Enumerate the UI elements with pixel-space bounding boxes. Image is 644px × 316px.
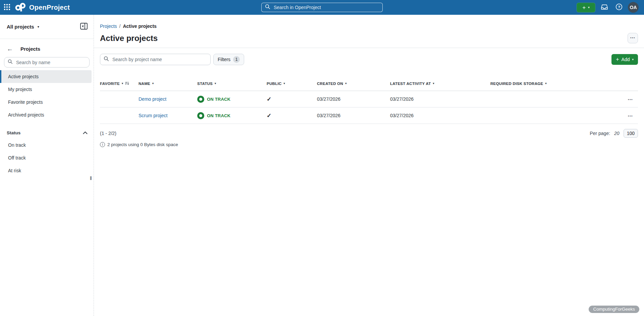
logo-text: OpenProject [29, 4, 70, 11]
topbar: OpenProject + ▾ [0, 0, 644, 15]
svg-text:?: ? [618, 5, 620, 9]
project-name-link[interactable]: Scrum project [139, 113, 167, 118]
created-on-cell: 03/27/2026 [317, 113, 390, 118]
global-search-input[interactable] [273, 4, 379, 10]
info-icon: i [100, 142, 105, 147]
projects-table: FAVORITE ▾ NAME ▾ STATUS ▾ [100, 77, 638, 124]
table-row: Scrum project ON TRACK ✓ 03/27/2026 03/2… [100, 107, 638, 124]
sidebar-resize-handle[interactable]: ‖ [90, 175, 92, 181]
per-page-option-20[interactable]: 20 [614, 131, 620, 136]
sidebar-item-active-projects[interactable]: Active projects [0, 70, 92, 83]
plus-icon: + [616, 57, 619, 62]
column-header-status[interactable]: STATUS ▾ [197, 82, 267, 86]
project-search[interactable] [100, 54, 211, 65]
latest-activity-cell: 03/27/2026 [390, 113, 490, 118]
status-cell: ON TRACK [197, 112, 267, 119]
column-header-latest-activity-at[interactable]: LATEST ACTIVITY AT ▾ [390, 82, 490, 86]
column-label: REQUIRED DISK STORAGE [490, 82, 543, 86]
column-label: FAVORITE [100, 82, 120, 86]
avatar[interactable]: OA [628, 2, 639, 13]
quick-add-button[interactable]: + ▾ [577, 3, 595, 12]
main-content: Projects / Active projects Active projec… [94, 15, 644, 316]
header-divider [94, 48, 644, 48]
ellipsis-icon: ••• [628, 114, 633, 118]
column-header-favorite[interactable]: FAVORITE ▾ [100, 81, 139, 86]
ellipsis-icon: ••• [630, 36, 635, 40]
notifications-button[interactable] [599, 1, 610, 14]
sidebar-search-input[interactable] [15, 59, 86, 65]
row-more-button[interactable]: ••• [628, 114, 633, 118]
caret-down-icon: ▾ [38, 25, 39, 29]
project-scope-row: All projects ▾ [0, 15, 94, 39]
caret-down-icon: ▾ [433, 82, 434, 85]
sidebar-item-label: On track [8, 142, 26, 148]
pagination: (1 - 2/2) Per page: 20 100 [100, 129, 638, 138]
breadcrumb-projects-link[interactable]: Projects [100, 24, 117, 29]
sidebar-item-label: Archived projects [8, 112, 44, 118]
openproject-logo-mark-icon [15, 2, 26, 13]
column-header-name[interactable]: NAME ▾ [139, 82, 197, 86]
chevron-down-icon: ▾ [632, 58, 634, 61]
sidebar-search[interactable] [4, 57, 90, 67]
project-search-input[interactable] [112, 56, 207, 62]
sidebar-item-label: My projects [8, 87, 32, 92]
latest-activity-cell: 03/27/2026 [390, 96, 490, 102]
status-section-header[interactable]: Status [0, 127, 94, 139]
add-project-button[interactable]: + Add ▾ [611, 54, 638, 65]
app-grid-menu-button[interactable] [2, 2, 12, 13]
sidebar-item-archived-projects[interactable]: Archived projects [0, 108, 94, 121]
sidebar-item-off-track[interactable]: Off track [0, 151, 94, 164]
filters-button[interactable]: Filters 1 [213, 54, 244, 65]
topbar-actions: + ▾ ? OA [577, 1, 644, 14]
created-on-cell: 03/27/2026 [317, 96, 390, 102]
status-section-label: Status [7, 130, 20, 135]
openproject-logo[interactable]: OpenProject [15, 2, 70, 13]
column-header-required-disk-storage[interactable]: REQUIRED DISK STORAGE ▾ [490, 82, 628, 86]
caret-down-icon: ▾ [284, 82, 285, 85]
project-name-link[interactable]: Demo project [139, 96, 166, 102]
sidebar-header: ← Projects [0, 39, 94, 56]
sidebar-title: Projects [20, 46, 40, 52]
column-label: STATUS [197, 82, 213, 86]
breadcrumb-separator: / [119, 24, 121, 29]
scope-label: All projects [7, 24, 34, 30]
back-arrow-icon: ← [7, 45, 13, 52]
back-button[interactable]: ← [7, 46, 13, 52]
caret-down-icon: ▾ [152, 82, 154, 85]
sidebar-item-on-track[interactable]: On track [0, 139, 94, 151]
page-more-button[interactable]: ••• [628, 33, 638, 43]
status-cell: ON TRACK [197, 96, 267, 103]
status-text: ON TRACK [207, 97, 230, 102]
sort-descending-icon [125, 81, 129, 86]
help-icon: ? [615, 3, 623, 11]
help-button[interactable]: ? [613, 1, 625, 13]
toolbar: Filters 1 + Add ▾ [100, 54, 638, 65]
column-label: NAME [139, 82, 150, 86]
sidebar-item-at-risk[interactable]: At risk [0, 164, 94, 177]
inbox-icon [601, 3, 608, 12]
column-header-public[interactable]: PUBLIC ▾ [267, 82, 317, 86]
breadcrumb: Projects / Active projects [100, 24, 638, 29]
global-search[interactable] [261, 3, 383, 12]
column-header-created-on[interactable]: CREATED ON ▾ [317, 82, 390, 86]
search-icon [265, 4, 270, 11]
project-scope-selector[interactable]: All projects ▾ [7, 24, 39, 30]
public-check-icon: ✓ [267, 112, 271, 119]
caret-down-icon: ▾ [122, 82, 123, 85]
add-label: Add [622, 57, 630, 62]
status-on-track-icon [197, 112, 204, 119]
sidebar-item-my-projects[interactable]: My projects [0, 83, 94, 96]
sidebar-item-favorite-projects[interactable]: Favorite projects [0, 96, 94, 108]
filters-label: Filters [218, 57, 230, 62]
sidebar-item-label: Active projects [8, 74, 39, 79]
disk-space-text: 2 projects using 0 Bytes disk space [107, 142, 178, 147]
collapse-sidebar-button[interactable] [79, 22, 88, 31]
resize-grip-icon: ‖ [90, 175, 92, 181]
per-page-label: Per page: [590, 131, 610, 136]
sidebar-item-label: Favorite projects [8, 99, 43, 105]
caret-down-icon: ▾ [545, 82, 547, 85]
status-on-track-icon [197, 96, 204, 103]
row-more-button[interactable]: ••• [628, 98, 633, 101]
per-page-option-100[interactable]: 100 [624, 129, 638, 138]
breadcrumb-current: Active projects [123, 24, 156, 29]
